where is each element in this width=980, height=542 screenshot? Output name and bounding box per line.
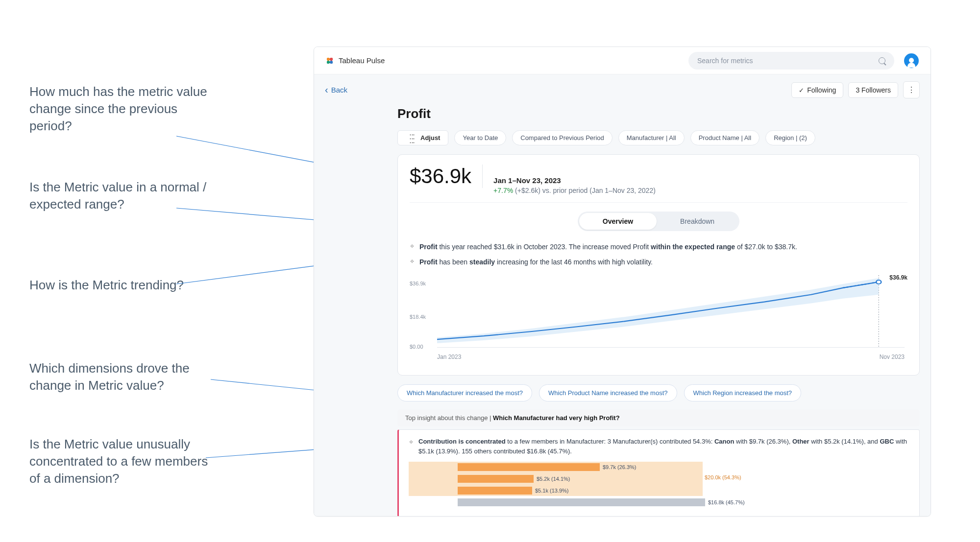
insight2-m2: increasing for the last 46 months with h… [495, 258, 653, 266]
bar-sum: $16.8k (45.7%) [458, 498, 705, 506]
filter-period[interactable]: Year to Date [454, 130, 506, 145]
bar-val-gbc: $5.1k (13.9%) [535, 488, 568, 494]
search-placeholder: Search for metrics [697, 57, 753, 65]
filter-product[interactable]: Product Name | All [690, 130, 760, 145]
search-input[interactable]: Search for metrics [688, 52, 894, 70]
filter-row: Adjust Year to Date Compared to Previous… [397, 130, 920, 145]
insight-lines: ✧ Profit this year reached $31.6k in Oct… [410, 242, 907, 267]
kpi-value: $36.9k [410, 165, 483, 188]
followers-button[interactable]: 3 Followers [848, 82, 898, 98]
kpi-header: $36.9k Jan 1–Nov 23, 2023 +7.7% (+$2.6k)… [410, 165, 907, 203]
contribution-bar-chart: $20.0k (54.3%) Canon $9.7k (26.3%) Other… [409, 462, 909, 508]
followers-label: 3 Followers [856, 86, 891, 94]
filter-manufacturer[interactable]: Manufacturer | All [618, 130, 685, 145]
annot-4: Which dimensions drove the change in Met… [29, 360, 216, 394]
insight1-b1: Profit [419, 243, 438, 251]
annot-2: Is the Metric value in a normal / expect… [29, 179, 216, 213]
tab-overview[interactable]: Overview [579, 213, 657, 230]
bar-val-canon: $9.7k (26.3%) [603, 464, 636, 470]
annot-5: Is the Metric value unusually concentrat… [29, 436, 216, 487]
kpi-delta: +7.7% (+$2.6k) vs. prior period (Jan 1–N… [493, 187, 656, 194]
top-insight-pre: Top insight about this change | [405, 414, 493, 422]
following-button[interactable]: Following [791, 82, 843, 98]
sparkle-icon: ✧ [410, 243, 415, 250]
y-tick-mid: $18.4k [410, 314, 426, 320]
y-tick-top: $36.9k [410, 281, 426, 286]
top-insight-bar: Top insight about this change | Which Ma… [397, 409, 920, 426]
insight-trend: ✧ Profit has been steadily increasing fo… [410, 257, 907, 267]
endpoint-label: $36.9k [889, 274, 907, 281]
sparkle-icon: ✧ [410, 258, 415, 265]
kpi-date-range: Jan 1–Nov 23, 2023 [493, 176, 656, 185]
app-name: Tableau Pulse [339, 56, 385, 65]
toolbar: Back Following 3 Followers [314, 74, 931, 98]
contrib-t1: to a few members in Manufacturer: 3 Manu… [506, 438, 714, 445]
question-row: Which Manufacturer increased the most? W… [397, 384, 920, 401]
y-tick-bot: $0.00 [410, 344, 423, 350]
insight1-m2: of $27.0k to $38.7k. [735, 243, 797, 251]
kpi-delta-pct: +7.7% [493, 187, 513, 194]
kpi-delta-rest: (+$2.6k) vs. prior period (Jan 1–Nov 23,… [513, 187, 656, 194]
insight2-b2: steadily [469, 258, 495, 266]
app-body: Back Following 3 Followers Profit Adjust [314, 74, 931, 516]
bar-val-sum: $16.8k (45.7%) [708, 499, 745, 505]
back-link[interactable]: Back [325, 86, 347, 94]
question-manufacturer[interactable]: Which Manufacturer increased the most? [397, 384, 532, 401]
tableau-pulse-icon [326, 57, 334, 65]
question-product[interactable]: Which Product Name increased the most? [539, 384, 677, 401]
avatar[interactable] [904, 53, 919, 68]
page-title: Profit [397, 106, 920, 121]
adjust-label: Adjust [420, 134, 440, 141]
insight-expected-range: ✧ Profit this year reached $31.6k in Oct… [410, 242, 907, 252]
contrib-t3: with $5.2k (14.1%), and [809, 438, 880, 445]
check-icon [799, 86, 804, 94]
top-insight-q: Which Manufacturer had very high Profit? [493, 414, 620, 422]
kpi-card: $36.9k Jan 1–Nov 23, 2023 +7.7% (+$2.6k)… [397, 154, 920, 376]
contrib-t2: with $9.7k (26.3%), [734, 438, 792, 445]
bar-canon: $9.7k (26.3%) [458, 463, 600, 471]
insight1-b2: within the expected range [651, 243, 735, 251]
app-frame: Tableau Pulse Search for metrics Back Fo… [314, 47, 931, 517]
search-icon [879, 57, 885, 64]
kpi-dates: Jan 1–Nov 23, 2023 +7.7% (+$2.6k) vs. pr… [493, 176, 656, 194]
insight2-m1: has been [438, 258, 469, 266]
bar-gbc: $5.1k (13.9%) [458, 487, 532, 495]
sparkle-icon: ✧ [409, 438, 414, 456]
bar-other: $5.2k (14.1%) [458, 475, 534, 483]
more-menu-button[interactable] [903, 81, 920, 98]
plot-area [437, 275, 905, 348]
svg-point-11 [876, 280, 881, 284]
filter-region[interactable]: Region | (2) [765, 130, 815, 145]
contrib-b2: Canon [714, 438, 734, 445]
tab-breakdown[interactable]: Breakdown [657, 213, 738, 230]
tab-toggle: Overview Breakdown [410, 212, 907, 231]
back-label: Back [331, 86, 347, 94]
x-label-end: Nov 2023 [880, 353, 905, 360]
following-label: Following [807, 86, 836, 94]
insight2-b1: Profit [419, 258, 438, 266]
more-icon [907, 85, 915, 94]
app-header: Tableau Pulse Search for metrics [314, 47, 931, 74]
contrib-b3: Other [792, 438, 809, 445]
metric-section: Profit Adjust Year to Date Compared to P… [314, 98, 931, 516]
adjust-button[interactable]: Adjust [397, 130, 448, 145]
contrib-b4: GBC [880, 438, 894, 445]
insight1-m1: this year reached $31.6k in October 2023… [438, 243, 651, 251]
contribution-card: ✧ Contribution is concentrated to a few … [397, 429, 920, 516]
question-region[interactable]: Which Region increased the most? [684, 384, 802, 401]
bar-val-other: $5.2k (14.1%) [537, 476, 570, 482]
x-label-start: Jan 2023 [437, 353, 461, 360]
app-logo: Tableau Pulse [326, 56, 385, 65]
line-chart: $36.9k $18.4k $0.00 [410, 272, 907, 365]
filter-compare[interactable]: Compared to Previous Period [512, 130, 612, 145]
contrib-b1: Contribution is concentrated [418, 438, 506, 445]
annot-1: How much has the metric value change sin… [29, 83, 216, 135]
annot-3: How is the Metric trending? [29, 277, 184, 294]
